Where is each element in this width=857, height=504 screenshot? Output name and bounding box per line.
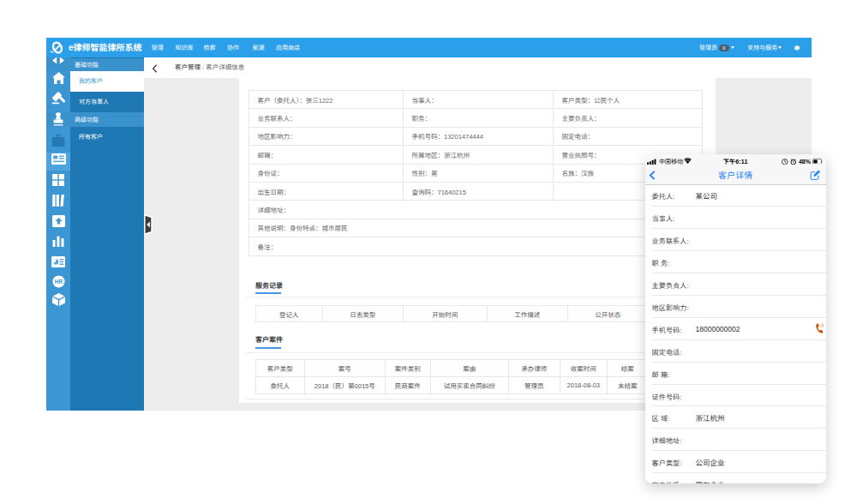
svg-text:HR: HR	[54, 279, 63, 285]
